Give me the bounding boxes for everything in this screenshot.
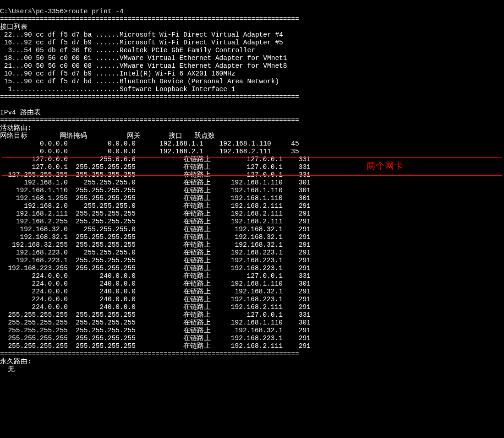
interface-row: 3...54 05 db ef 30 f0 ......Realtek PCIe… [0, 47, 255, 54]
divider: ========================================… [0, 117, 299, 124]
command: route print -4 [68, 8, 124, 15]
route-row: 0.0.0.0 0.0.0.0 192.168.1.1 192.168.1.11… [0, 140, 299, 147]
route-row: 224.0.0.0 240.0.0.0 在链路上 192.168.223.1 2… [0, 296, 311, 303]
route-row: 224.0.0.0 240.0.0.0 在链路上 127.0.0.1 331 [0, 272, 311, 280]
route-row: 192.168.2.0 255.255.255.0 在链路上 192.168.2… [0, 202, 311, 210]
route-row: 255.255.255.255 255.255.255.255 在链路上 192… [0, 319, 311, 326]
route-row: 192.168.223.1 255.255.255.255 在链路上 192.1… [0, 257, 311, 264]
route-row: 255.255.255.255 255.255.255.255 在链路上 127… [0, 311, 311, 319]
route-row: 224.0.0.0 240.0.0.0 在链路上 192.168.2.111 2… [0, 303, 311, 311]
route-row: 192.168.2.111 255.255.255.255 在链路上 192.1… [0, 210, 311, 217]
route-row: 255.255.255.255 255.255.255.255 在链路上 192… [0, 327, 311, 334]
interface-row: 16...92 cc df f5 d7 b9 ......Microsoft W… [0, 39, 283, 46]
interface-row: 22...90 cc df f5 d7 ba ......Microsoft W… [0, 31, 283, 38]
route-row: 224.0.0.0 240.0.0.0 在链路上 192.168.1.110 3… [0, 280, 311, 287]
section-persistent: 永久路由: [0, 358, 32, 365]
route-row: 224.0.0.0 240.0.0.0 在链路上 192.168.32.1 29… [0, 288, 311, 295]
route-row: 192.168.32.255 255.255.255.255 在链路上 192.… [0, 241, 311, 249]
section-active: 活动路由: [0, 124, 32, 132]
route-row: 192.168.223.0 255.255.255.0 在链路上 192.168… [0, 249, 311, 256]
route-row: 192.168.1.0 255.255.255.0 在链路上 192.168.1… [0, 179, 311, 186]
annotation-label: 两个网卡 [367, 162, 403, 170]
route-row: 127.255.255.255 255.255.255.255 在链路上 127… [0, 171, 311, 178]
route-row: 127.0.0.0 255.0.0.0 在链路上 127.0.0.1 331 [0, 156, 311, 163]
interface-row: 15...90 cc df f5 d7 bd ......Bluetooth D… [0, 78, 279, 85]
route-row: 192.168.223.255 255.255.255.255 在链路上 192… [0, 265, 311, 272]
interface-row: 1...........................Software Loo… [0, 86, 235, 93]
terminal-output[interactable]: C:\Users\pc-3356>route print -4 ========… [0, 0, 504, 373]
route-row: 192.168.2.255 255.255.255.255 在链路上 192.1… [0, 218, 311, 225]
section-interfaces: 接口列表 [0, 23, 27, 31]
persistent-none: 无 [0, 366, 15, 373]
route-row: 255.255.255.255 255.255.255.255 在链路上 192… [0, 342, 311, 350]
route-row: 127.0.0.1 255.255.255.255 在链路上 127.0.0.1… [0, 163, 311, 171]
route-row: 192.168.1.110 255.255.255.255 在链路上 192.1… [0, 187, 311, 194]
interface-row: 21...00 50 56 c0 00 08 ......VMware Virt… [0, 62, 287, 70]
prompt-line: C:\Users\pc-3356>route print -4 [0, 8, 124, 15]
route-row: 192.168.1.255 255.255.255.255 在链路上 192.1… [0, 195, 311, 202]
section-ipv4: IPv4 路由表 [0, 109, 41, 116]
divider: ========================================… [0, 93, 299, 101]
route-row: 192.168.32.1 255.255.255.255 在链路上 192.16… [0, 233, 311, 241]
divider: ========================================… [0, 350, 299, 357]
route-header: 网络目标 网络掩码 网关 接口 跃点数 [0, 132, 215, 140]
interface-row: 18...00 50 56 c0 00 01 ......VMware Virt… [0, 54, 287, 62]
prompt: C:\Users\pc-3356> [0, 8, 68, 15]
route-row: 255.255.255.255 255.255.255.255 在链路上 192… [0, 335, 311, 342]
interface-row: 10...90 cc df f5 d7 b9 ......Intel(R) Wi… [0, 70, 235, 77]
divider: ========================================… [0, 16, 299, 23]
route-row: 0.0.0.0 0.0.0.0 192.168.2.1 192.168.2.11… [0, 148, 299, 155]
route-row: 192.168.32.0 255.255.255.0 在链路上 192.168.… [0, 226, 311, 233]
